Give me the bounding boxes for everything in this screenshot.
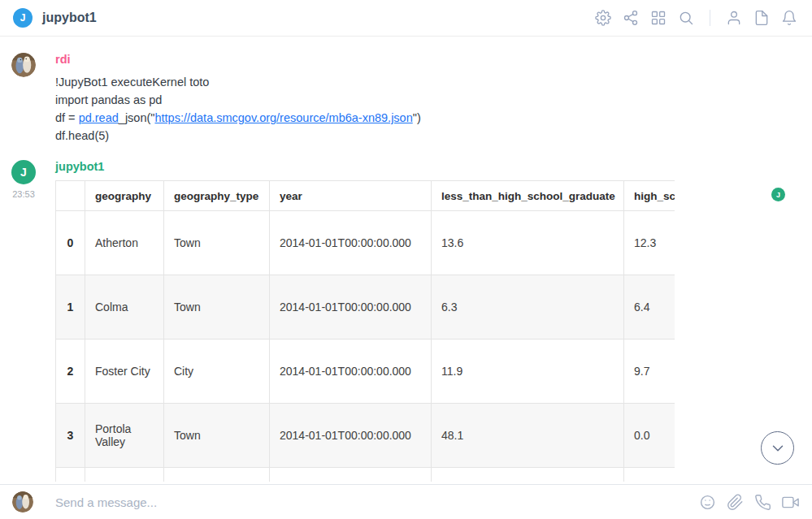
apps-grid-icon[interactable] xyxy=(650,10,667,26)
table-body: 0AthertonTown2014-01-01T00:00:00.00013.6… xyxy=(56,211,675,482)
row-index-cell: 1 xyxy=(56,275,85,340)
column-header: geography xyxy=(85,181,164,211)
row-index-cell: 2 xyxy=(56,340,85,404)
table-cell: 9.7 xyxy=(624,340,675,404)
phone-icon[interactable] xyxy=(754,494,771,511)
message-link[interactable]: pd.read xyxy=(79,111,119,124)
parakeets-avatar-image xyxy=(11,53,36,77)
message-text: df = xyxy=(55,111,79,124)
message-line: import pandas as pd xyxy=(55,91,779,109)
table-cell: Town xyxy=(164,211,270,275)
table-cell xyxy=(432,468,624,482)
user-avatar[interactable] xyxy=(11,53,36,77)
bell-icon[interactable] xyxy=(781,10,797,26)
table-header-row: geographygeography_typeyearless_than_hig… xyxy=(56,181,675,211)
table-cell: City xyxy=(164,340,270,404)
channel-avatar: J xyxy=(13,8,33,28)
table-head: geographygeography_typeyearless_than_hig… xyxy=(56,181,675,211)
chevron-down-icon xyxy=(769,439,787,457)
table-row: 0AthertonTown2014-01-01T00:00:00.00013.6… xyxy=(56,211,675,275)
table-cell: Portola Valley xyxy=(85,404,164,468)
paperclip-icon[interactable] xyxy=(727,494,744,511)
message-composer xyxy=(0,484,812,519)
row-index-cell: 0 xyxy=(56,211,85,275)
column-header: less_than_high_school_graduate xyxy=(432,181,624,211)
toolbar-divider xyxy=(710,10,710,26)
message-link[interactable]: https://data.smcgov.org/resource/mb6a-xn… xyxy=(154,111,412,124)
user-icon[interactable] xyxy=(726,10,742,26)
message-jupybot1: J 23:53 jupybot1 geographygeography_type… xyxy=(0,159,812,482)
table-cell: Town xyxy=(164,275,270,340)
dataframe-table: geographygeography_typeyearless_than_hig… xyxy=(55,180,675,482)
table-cell xyxy=(85,468,164,482)
share-icon[interactable] xyxy=(623,10,639,26)
table-cell: 2014-01-01T00:00:00.000 xyxy=(270,340,432,404)
message-text: !JupyBot1 executeKernel toto xyxy=(55,76,209,89)
message-line: !JupyBot1 executeKernel toto xyxy=(55,73,779,91)
table-row: 1ColmaTown2014-01-01T00:00:00.0006.36.4 xyxy=(56,275,675,340)
table-cell: Town xyxy=(164,404,270,468)
message-text: ") xyxy=(413,111,421,124)
video-camera-icon[interactable] xyxy=(782,494,799,511)
file-icon[interactable] xyxy=(753,10,770,26)
table-row xyxy=(56,468,675,482)
row-index-cell: 3 xyxy=(56,404,85,468)
table-cell: 13.6 xyxy=(432,211,624,275)
table-row: 3Portola ValleyTown2014-01-01T00:00:00.0… xyxy=(56,404,675,468)
header-toolbar xyxy=(595,10,797,26)
message-line: df = pd.read_json("https://data.smcgov.o… xyxy=(55,109,779,127)
message-list: rdi !JupyBot1 executeKernel totoimport p… xyxy=(0,37,812,482)
column-header: geography_type xyxy=(164,181,270,211)
username[interactable]: rdi xyxy=(55,52,71,67)
bot-avatar[interactable]: J xyxy=(11,160,36,184)
channel-title: jupybot1 xyxy=(42,11,97,25)
column-header: high_school_graduate xyxy=(624,181,675,211)
table-cell: Colma xyxy=(85,275,164,340)
table-cell: Foster City xyxy=(85,340,164,404)
table-cell xyxy=(624,468,675,482)
settings-icon[interactable] xyxy=(595,10,611,26)
table-cell: 6.3 xyxy=(432,275,624,340)
message-text: import pandas as pd xyxy=(55,93,162,106)
message-input[interactable] xyxy=(55,495,699,509)
table-cell: 11.9 xyxy=(432,340,624,404)
table-cell: 0.0 xyxy=(624,404,675,468)
message-timestamp: 23:53 xyxy=(8,189,39,199)
table-cell: 2014-01-01T00:00:00.000 xyxy=(270,275,432,340)
row-index-cell xyxy=(56,468,85,482)
table-cell xyxy=(164,468,270,482)
composer-actions xyxy=(699,494,799,511)
parakeets-avatar-image xyxy=(12,491,33,513)
message-lines: !JupyBot1 executeKernel totoimport panda… xyxy=(55,73,779,145)
bot-presence-badge: J xyxy=(771,188,785,201)
column-header: year xyxy=(270,181,432,211)
table-cell: 48.1 xyxy=(432,404,624,468)
jump-to-bottom-button[interactable] xyxy=(761,431,794,465)
column-header xyxy=(56,181,85,211)
table-cell: Atherton xyxy=(85,211,164,275)
table-row: 2Foster CityCity2014-01-01T00:00:00.0001… xyxy=(56,340,675,404)
dataframe-container: geographygeography_typeyearless_than_hig… xyxy=(55,180,675,482)
table-cell: 2014-01-01T00:00:00.000 xyxy=(270,211,432,275)
table-cell: 6.4 xyxy=(624,275,675,340)
self-avatar xyxy=(12,491,33,513)
emoji-icon[interactable] xyxy=(699,494,716,511)
table-cell xyxy=(270,468,432,482)
message-text: df.head(5) xyxy=(55,129,109,142)
message-line: df.head(5) xyxy=(55,127,779,145)
message-rdi: rdi !JupyBot1 executeKernel totoimport p… xyxy=(0,52,812,145)
search-icon[interactable] xyxy=(678,10,694,26)
table-cell: 12.3 xyxy=(624,211,675,275)
username[interactable]: jupybot1 xyxy=(55,159,104,175)
table-cell: 2014-01-01T00:00:00.000 xyxy=(270,404,432,468)
message-text: _json(" xyxy=(119,111,155,124)
channel-header: J jupybot1 xyxy=(0,0,812,37)
